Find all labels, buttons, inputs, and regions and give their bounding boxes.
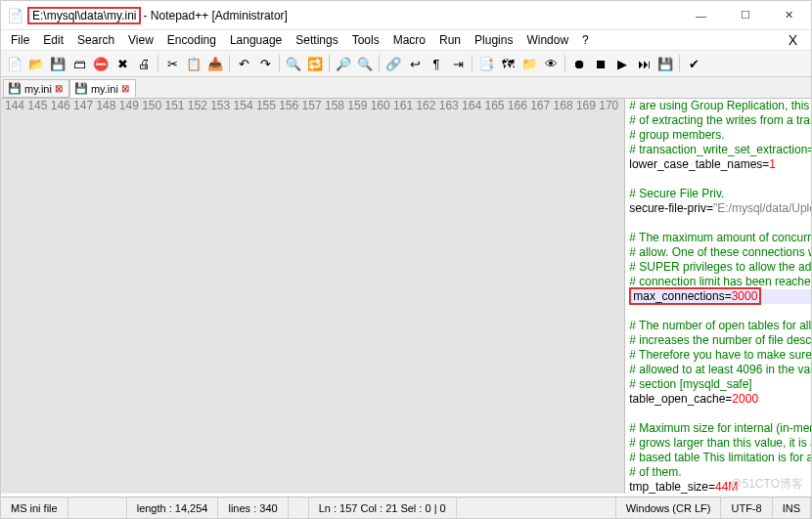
- zoomin-icon[interactable]: 🔎: [334, 54, 353, 73]
- zoomout-icon[interactable]: 🔍: [355, 54, 375, 73]
- status-encoding[interactable]: UTF-8: [721, 497, 772, 518]
- tabbar: 💾 my.ini ⊠ 💾 my.ini ⊠: [1, 77, 811, 99]
- titlebar: 📄 E:\mysql\data\my.ini - Notepad++ [Admi…: [1, 1, 811, 30]
- status-length: length : 14,254: [127, 497, 219, 518]
- find-icon[interactable]: 🔍: [284, 54, 303, 73]
- window-controls: — ☐ ✕: [679, 1, 811, 30]
- line-numbers: 144 145 146 147 148 149 150 151 152 153 …: [1, 99, 625, 494]
- tab-label: my.ini: [91, 83, 118, 95]
- funclist-icon[interactable]: 📑: [476, 54, 496, 73]
- stop-icon[interactable]: ⏹: [591, 54, 610, 73]
- statusbar: MS ini file length : 14,254 lines : 340 …: [1, 497, 811, 518]
- file-icon: 💾: [8, 82, 22, 95]
- folder-icon[interactable]: 📁: [519, 54, 539, 73]
- spell-icon[interactable]: ✔: [684, 54, 703, 73]
- menu-macro[interactable]: Macro: [387, 32, 431, 48]
- menu-tools[interactable]: Tools: [346, 32, 385, 48]
- play-icon[interactable]: ▶: [612, 54, 632, 73]
- wrap-icon[interactable]: ↩: [405, 54, 425, 73]
- menu-help[interactable]: ?: [576, 32, 595, 48]
- menu-search[interactable]: Search: [71, 32, 120, 48]
- app-name: - Notepad++ [Administrator]: [143, 9, 287, 22]
- status-eol[interactable]: Windows (CR LF): [616, 497, 722, 518]
- record-icon[interactable]: ⏺: [569, 54, 589, 73]
- watermark: @51CTO博客: [730, 476, 803, 493]
- monitor-icon[interactable]: 👁: [541, 54, 561, 73]
- cut-icon[interactable]: ✂: [162, 54, 182, 73]
- close-file-icon[interactable]: ✖: [113, 54, 132, 73]
- open-icon[interactable]: 📂: [26, 54, 46, 73]
- tab-close-icon[interactable]: ⊠: [55, 83, 63, 94]
- closeall-icon[interactable]: ⛔: [91, 54, 111, 73]
- app-icon: 📄: [7, 8, 23, 23]
- menubar: File Edit Search View Encoding Language …: [1, 30, 811, 50]
- file-path: E:\mysql\data\my.ini: [27, 7, 141, 24]
- code-area[interactable]: # are using Group Replication, this vari…: [625, 99, 811, 494]
- docmap-icon[interactable]: 🗺: [498, 54, 518, 73]
- replace-icon[interactable]: 🔁: [305, 54, 325, 73]
- close-x-icon[interactable]: X: [783, 31, 807, 49]
- tab-close-icon[interactable]: ⊠: [121, 83, 129, 94]
- showall-icon[interactable]: ¶: [427, 54, 446, 73]
- toolbar: 📄 📂 💾 🗃 ⛔ ✖ 🖨 ✂ 📋 📥 ↶ ↷ 🔍 🔁 🔎 🔍 🔗 ↩ ¶ ⇥ …: [1, 50, 811, 77]
- print-icon[interactable]: 🖨: [134, 54, 154, 73]
- minimize-button[interactable]: —: [679, 1, 723, 30]
- status-lines: lines : 340: [218, 497, 288, 518]
- tab-active[interactable]: 💾 my.ini ⊠: [69, 79, 136, 98]
- paste-icon[interactable]: 📥: [205, 54, 225, 73]
- menu-edit[interactable]: Edit: [37, 32, 69, 48]
- savemacro-icon[interactable]: 💾: [655, 54, 675, 73]
- tab-label: my.ini: [24, 83, 52, 95]
- menu-view[interactable]: View: [122, 32, 159, 48]
- undo-icon[interactable]: ↶: [234, 54, 253, 73]
- redo-icon[interactable]: ↷: [255, 54, 275, 73]
- save-icon[interactable]: 💾: [48, 54, 68, 73]
- menu-plugins[interactable]: Plugins: [469, 32, 519, 48]
- menu-settings[interactable]: Settings: [290, 32, 343, 48]
- tab-inactive[interactable]: 💾 my.ini ⊠: [3, 79, 69, 98]
- menu-run[interactable]: Run: [433, 32, 467, 48]
- saveall-icon[interactable]: 🗃: [69, 54, 89, 73]
- fast-icon[interactable]: ⏭: [634, 54, 654, 73]
- close-button[interactable]: ✕: [767, 1, 811, 30]
- menu-window[interactable]: Window: [520, 32, 574, 48]
- status-insert[interactable]: INS: [773, 497, 811, 518]
- menu-language[interactable]: Language: [224, 32, 288, 48]
- indent-icon[interactable]: ⇥: [448, 54, 468, 73]
- editor[interactable]: 144 145 146 147 148 149 150 151 152 153 …: [1, 99, 811, 494]
- menu-file[interactable]: File: [5, 32, 35, 48]
- new-icon[interactable]: 📄: [5, 54, 24, 73]
- maximize-button[interactable]: ☐: [723, 1, 767, 30]
- status-filetype: MS ini file: [1, 497, 68, 518]
- file-icon: 💾: [74, 82, 88, 95]
- copy-icon[interactable]: 📋: [184, 54, 203, 73]
- status-position: Ln : 157 Col : 21 Sel : 0 | 0: [309, 497, 457, 518]
- menu-encoding[interactable]: Encoding: [161, 32, 222, 48]
- sync-icon[interactable]: 🔗: [383, 54, 403, 73]
